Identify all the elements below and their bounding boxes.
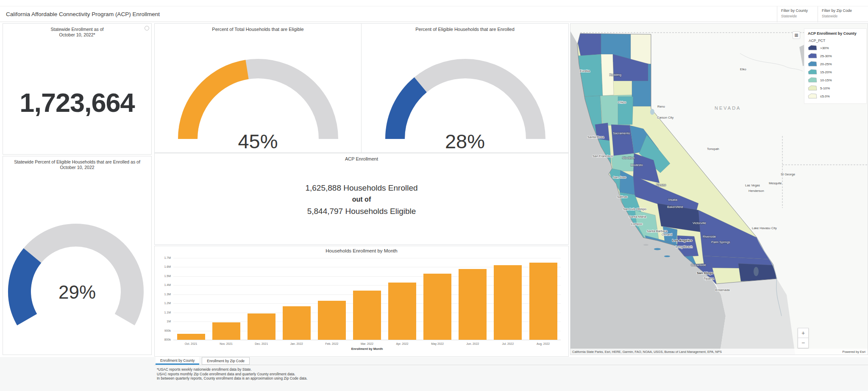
lake-tahoe xyxy=(650,109,654,115)
footnote-line: USAC reports monthly Zip Code enrollment… xyxy=(157,372,307,377)
city-label: Sacramento xyxy=(613,131,630,135)
map-attribution-bar: California State Parks, Esri, HERE, Garm… xyxy=(570,349,868,355)
statewide-gauge-title-line1: Statewide Percent of Eligible Households… xyxy=(9,159,145,165)
city-label: Reno xyxy=(657,105,665,108)
enrolled-gauge-title: Percent of Eligible Households that are … xyxy=(362,27,568,32)
city-label: Salinas xyxy=(617,195,628,199)
statewide-gauge-title: Statewide Percent of Eligible Households… xyxy=(3,159,151,170)
city-label: San Diego xyxy=(697,271,713,275)
footnote-line: *USAC reports weekly nationwide enrollme… xyxy=(157,367,307,372)
bar-Apr. 2022[interactable] xyxy=(388,283,416,340)
city-label: Visalia xyxy=(668,198,678,202)
city-label: Riverside xyxy=(703,235,716,238)
out-of-line: out of xyxy=(155,196,568,203)
channel-island xyxy=(654,248,661,250)
city-label: San Jose xyxy=(613,175,626,179)
gauge-track xyxy=(395,69,536,139)
city-label: Chico xyxy=(618,100,626,104)
city-label: Santa Rosa xyxy=(587,135,604,139)
stat-title: Statewide Enrollment as of October 10, 2… xyxy=(3,27,151,38)
legend-field-name: ACP_PCT xyxy=(809,39,863,43)
bar-Dec. 2021[interactable] xyxy=(248,313,275,340)
map-attribution: California State Parks, Esri, HERE, Garm… xyxy=(572,350,722,354)
filter-by-zipcode[interactable]: Filter by Zip Code Statewide xyxy=(818,6,868,22)
enrollment-by-month-chart-panel: Households Enrollment by Month 800k900k1… xyxy=(154,246,569,357)
city-label: Oceanside xyxy=(691,263,706,267)
y-axis-tick-label: 1.5M xyxy=(155,275,171,277)
gridline xyxy=(173,258,561,258)
city-label: Stockton xyxy=(622,156,634,160)
statewide-enrollment-value: 1,723,664 xyxy=(3,87,151,118)
info-icon[interactable] xyxy=(145,26,149,31)
gauge-28-value: 28% xyxy=(362,130,568,153)
y-axis-tick-label: 1M xyxy=(155,320,171,323)
city-label: Eureka xyxy=(580,69,590,73)
statewide-enrollment-panel: Statewide Enrollment as of October 10, 2… xyxy=(3,23,152,155)
legend-item: >30% xyxy=(808,45,863,51)
bar-Jan. 2022[interactable] xyxy=(283,306,311,340)
city-label: San Luis Obispo xyxy=(623,207,646,211)
city-label: Palm Springs xyxy=(711,240,730,244)
salton-sea xyxy=(754,267,759,276)
bar-Jun. 2022[interactable] xyxy=(459,269,487,340)
legend-item-label: 10-15% xyxy=(820,78,832,82)
y-axis-tick-label: 1.3M xyxy=(155,293,171,296)
gauge-29 xyxy=(3,216,152,334)
city-label: Los Angeles xyxy=(672,238,693,242)
bar-May 2022[interactable] xyxy=(423,274,451,340)
legend-item-label: ≤5.0% xyxy=(820,94,830,98)
legend-item-label: 15-20% xyxy=(820,70,832,74)
zoom-in-button[interactable]: + xyxy=(798,328,809,338)
bar-Aug. 2022[interactable] xyxy=(529,263,557,340)
legend-items: >30%25-30%20-25%15-20%10-15%5-10%≤5.0% xyxy=(808,45,863,99)
map-legend: ACP Enrollment by County ACP_PCT >30%25-… xyxy=(804,28,867,104)
city-label: Fresno xyxy=(656,183,666,187)
y-axis-tick-label: 1.4M xyxy=(155,283,171,286)
legend-swatch xyxy=(808,69,817,75)
map-panel: NEVADA Eureka Redding Chico Reno Carson … xyxy=(570,23,868,355)
legend-item: 15-20% xyxy=(808,69,863,75)
tab-enrollment-by-county[interactable]: Enrollment by County xyxy=(156,357,199,365)
city-label: Las Vegas xyxy=(745,183,760,187)
legend-swatch xyxy=(808,93,817,99)
gauge-track xyxy=(19,235,132,319)
x-axis-tick-label: Jul. 2022 xyxy=(490,342,525,345)
x-axis-tick-label: Apr. 2022 xyxy=(385,342,420,345)
legend-item: 25-30% xyxy=(808,53,863,59)
x-axis-tick-label: Mar. 2022 xyxy=(350,342,384,345)
bar-Feb. 2022[interactable] xyxy=(318,301,346,340)
filter-county-label: Filter by County xyxy=(781,8,817,13)
filter-by-county[interactable]: Filter by County Statewide xyxy=(777,6,817,22)
divider xyxy=(154,365,868,365)
stat-title-line1: Statewide Enrollment as of xyxy=(3,27,151,32)
bar-Oct. 2021[interactable] xyxy=(177,334,205,340)
x-axis-tick-label: May 2022 xyxy=(420,342,455,345)
legend-item: 10-15% xyxy=(808,77,863,83)
city-label: Redding xyxy=(609,73,621,77)
filter-county-value[interactable]: Statewide xyxy=(781,14,817,18)
bar-chart[interactable]: 800k900k1M1.1M1.2M1.3M1.4M1.5M1.6M1.7MOc… xyxy=(155,246,569,357)
y-axis-tick-label: 900k xyxy=(155,329,171,332)
bar-Nov. 2021[interactable] xyxy=(212,322,240,340)
tab-enrollment-by-zipcode[interactable]: Enrollment by Zip Code xyxy=(202,357,250,365)
bar-Jul. 2022[interactable] xyxy=(494,265,522,340)
zoom-out-button[interactable]: − xyxy=(798,338,809,348)
gauge-fill xyxy=(188,69,247,139)
city-label: Santa Maria xyxy=(629,215,646,219)
bar-Mar. 2022[interactable] xyxy=(353,291,381,340)
y-axis-tick-label: 800k xyxy=(155,338,171,341)
legend-toggle-icon[interactable]: ▦ xyxy=(793,31,800,39)
legend-swatch xyxy=(808,85,817,91)
legend-swatch xyxy=(808,61,817,67)
city-label: Ensenada xyxy=(715,288,730,292)
x-axis-tick-label: Jan. 2022 xyxy=(279,342,314,345)
households-eligible-line: 5,844,797 Households Eligible xyxy=(155,206,568,216)
legend-item-label: 5-10% xyxy=(820,86,830,90)
bottom-strip xyxy=(0,357,868,391)
legend-item: ≤5.0% xyxy=(808,93,863,99)
acp-title: ACP Enrollment xyxy=(155,156,568,162)
filter-zip-value[interactable]: Statewide xyxy=(822,14,868,18)
legend-item-label: >30% xyxy=(820,46,829,50)
city-label: Lake Havasu City xyxy=(752,226,777,230)
state-label-nevada: NEVADA xyxy=(715,105,741,111)
